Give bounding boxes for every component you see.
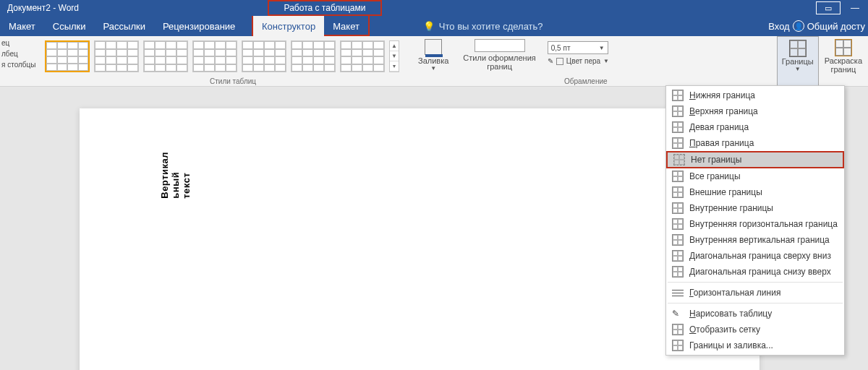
group-label-table-styles: Стили таблиц	[210, 77, 256, 85]
contextual-group-label: Работа с таблицами	[284, 3, 366, 13]
border-diag-down-item[interactable]: Диагональная граница сверху вниз	[666, 248, 844, 264]
chevron-down-icon: ▼	[430, 65, 436, 72]
borders-button[interactable]: Границы ▼	[777, 36, 819, 86]
table-style-5[interactable]	[242, 40, 286, 72]
ribbon-tabs: Макет Ссылки Рассылки Рецензирование Вид…	[0, 16, 868, 36]
table-style-7[interactable]	[340, 40, 385, 72]
draw-table-item[interactable]: ✎Нарисовать таблицу	[666, 306, 844, 322]
ribbon: ец лбец я столбцы ▲▼▾ Стили таблиц Залив…	[0, 36, 868, 87]
grid-icon	[672, 324, 684, 335]
user-icon: 👤	[793, 20, 804, 32]
pen-icon: ✎	[548, 57, 553, 65]
minimize-button[interactable]: —	[843, 3, 867, 13]
borders-and-shading-dialog-item[interactable]: Границы и заливка...	[666, 337, 844, 353]
border-none-item-highlighted[interactable]: Нет границы	[666, 151, 844, 168]
share-button[interactable]: Общий досту	[807, 21, 865, 32]
pencil-icon: ✎	[672, 309, 684, 319]
bucket-icon	[425, 39, 442, 55]
border-outside-item[interactable]: Внешние границы	[666, 184, 844, 200]
border-style-preview	[475, 39, 525, 52]
tell-me-placeholder: Что вы хотите сделать?	[439, 21, 543, 32]
tab-table-design[interactable]: Конструктор	[253, 16, 324, 36]
hline-icon	[672, 288, 684, 297]
border-inside-h-item[interactable]: Внутренняя горизонтальная граница	[666, 216, 844, 232]
table-style-2[interactable]	[94, 40, 139, 72]
border-inside-item[interactable]: Внутренние границы	[666, 200, 844, 216]
lightbulb-icon: 💡	[423, 21, 435, 32]
border-bottom-item[interactable]: Нижняя граница	[666, 87, 844, 103]
paint-icon	[835, 39, 852, 56]
title-bar: Документ2 - Word Работа с таблицами ▭ —	[0, 0, 868, 16]
login-link[interactable]: Вход	[768, 21, 789, 32]
ribbon-display-options-icon[interactable]: ▭	[816, 1, 841, 14]
border-right-item[interactable]: Правая граница	[666, 135, 844, 151]
contextual-tab-group-highlighted: Работа с таблицами	[268, 0, 382, 16]
vertical-text-cell[interactable]: Вертикал ьный текст	[159, 152, 192, 199]
document-title: Документ2 - Word	[0, 3, 79, 13]
separator	[668, 303, 843, 304]
borders-icon	[789, 40, 807, 57]
context-tabs-highlighted: Конструктор Макет	[252, 16, 370, 36]
dialog-icon	[672, 340, 684, 351]
tab-table-layout[interactable]: Макет	[324, 16, 368, 36]
tell-me-search[interactable]: 💡 Что вы хотите сделать?	[423, 21, 543, 32]
separator	[668, 282, 843, 283]
border-diag-up-item[interactable]: Диагональная граница снизу вверх	[666, 264, 844, 280]
border-inside-v-item[interactable]: Внутренняя вертикальная граница	[666, 232, 844, 248]
show-gridlines-item[interactable]: Отобразить сетку	[666, 322, 844, 337]
border-weight-combo[interactable]: 0,5 пт▼	[548, 41, 608, 54]
table-style-4[interactable]	[192, 40, 237, 72]
border-top-item[interactable]: Верхняя граница	[666, 103, 844, 119]
table-style-options-partial: ец лбец я столбцы	[0, 36, 41, 86]
tab-mailings[interactable]: Рассылки	[95, 16, 154, 36]
border-painter-button[interactable]: Раскраска границ	[820, 36, 867, 86]
table-style-1[interactable]	[45, 40, 90, 72]
border-all-item[interactable]: Все границы	[666, 168, 844, 184]
pen-color-button[interactable]: ✎ Цвет пера▼	[548, 57, 609, 65]
horizontal-line-item[interactable]: Горизонтальная линия	[666, 285, 844, 301]
shading-button[interactable]: Заливка ▼	[414, 36, 453, 86]
tab-references[interactable]: Ссылки	[44, 16, 95, 36]
border-styles-button[interactable]: Стили оформления границ	[459, 36, 540, 86]
document-page[interactable]: Вертикал ьный текст	[80, 108, 760, 370]
chevron-down-icon: ▼	[795, 66, 801, 72]
tab-layout[interactable]: Макет	[0, 16, 44, 36]
table-styles-more[interactable]: ▲▼▾	[389, 40, 399, 72]
table-style-6[interactable]	[291, 40, 336, 72]
tab-review[interactable]: Рецензирование	[154, 16, 244, 36]
table-style-3[interactable]	[143, 40, 188, 72]
border-left-item[interactable]: Девая граница	[666, 119, 844, 135]
borders-dropdown: Нижняя граница Верхняя граница Девая гра…	[665, 85, 845, 356]
group-label-framing: Обрамление	[564, 77, 608, 85]
